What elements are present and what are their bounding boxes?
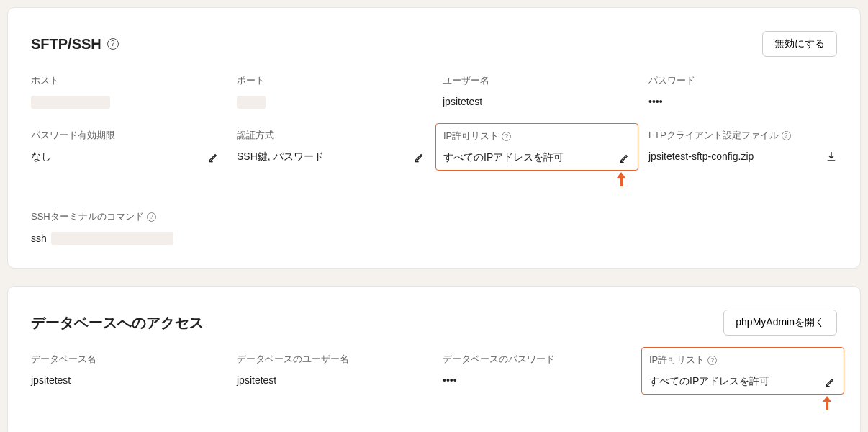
host-label: ホスト: [31, 74, 220, 87]
auth-value: SSH鍵, パスワード: [237, 150, 324, 163]
port-label: ポート: [237, 74, 425, 87]
sftp-allowlist-field: IP許可リスト ? すべてのIPアドレスを許可: [443, 129, 631, 190]
sftp-allowlist-highlight: IP許可リスト ? すべてのIPアドレスを許可: [435, 123, 638, 171]
edit-icon[interactable]: [619, 152, 630, 163]
edit-icon[interactable]: [208, 151, 220, 163]
sshcmd-label: SSHターミナルのコマンド: [31, 210, 144, 223]
sftp-allowlist-label-row: IP許可リスト ?: [443, 130, 630, 143]
db-grid: データベース名 jpsitetest データベースのユーザー名 jpsitete…: [31, 353, 837, 414]
host-value-redacted: [31, 96, 110, 109]
dbpassword-label: データベースのパスワード: [443, 353, 631, 366]
dbname-label: データベース名: [31, 353, 220, 366]
disable-button[interactable]: 無効にする: [762, 31, 837, 57]
sshcmd-value-row: ssh: [31, 232, 837, 245]
sshcmd-label-row: SSHターミナルのコマンド ?: [31, 210, 837, 223]
host-field: ホスト: [31, 74, 220, 109]
phpmyadmin-button[interactable]: phpMyAdminを開く: [723, 310, 837, 336]
username-label: ユーザー名: [443, 74, 631, 87]
expiry-value: なし: [31, 150, 51, 163]
sshcmd-field: SSHターミナルのコマンド ? ssh: [31, 210, 837, 245]
sshcmd-prefix: ssh: [31, 233, 47, 244]
help-icon[interactable]: ?: [147, 212, 156, 222]
sftp-header: SFTP/SSH ? 無効にする: [31, 31, 837, 57]
auth-field: 認証方式 SSH鍵, パスワード: [237, 129, 425, 190]
dbuser-value: jpsitetest: [237, 374, 276, 386]
arrow-up-icon: [443, 171, 631, 190]
expiry-field: パスワード有効期限 なし: [31, 129, 220, 190]
sftp-title: SFTP/SSH: [31, 36, 101, 53]
sftp-ssh-card: SFTP/SSH ? 無効にする ホスト ポート ユーザー名 jpsitetes…: [7, 7, 861, 269]
ftpconfig-field: FTPクライアント設定ファイル ? jpsitetest-sftp-config…: [648, 129, 837, 190]
port-field: ポート: [237, 74, 425, 109]
help-icon[interactable]: ?: [107, 38, 119, 50]
ftpconfig-label-row: FTPクライアント設定ファイル ?: [648, 129, 837, 142]
edit-icon[interactable]: [825, 376, 836, 387]
port-value-redacted: [237, 96, 266, 109]
database-card: データベースへのアクセス phpMyAdminを開く データベース名 jpsit…: [7, 286, 861, 432]
expiry-label: パスワード有効期限: [31, 129, 220, 142]
dbuser-label: データベースのユーザー名: [237, 353, 425, 366]
db-allowlist-highlight: IP許可リスト ? すべてのIPアドレスを許可: [641, 347, 844, 395]
sshcmd-redacted: [51, 232, 173, 245]
ftpconfig-label: FTPクライアント設定ファイル: [648, 129, 779, 142]
db-allowlist-label: IP許可リスト: [649, 354, 705, 366]
db-header: データベースへのアクセス phpMyAdminを開く: [31, 310, 837, 336]
dbpassword-field: データベースのパスワード ••••: [443, 353, 631, 414]
help-icon[interactable]: ?: [707, 356, 717, 365]
password-label: パスワード: [648, 74, 837, 87]
username-value: jpsitetest: [443, 96, 482, 107]
arrow-up-icon: [648, 395, 837, 414]
db-allowlist-value: すべてのIPアドレスを許可: [649, 375, 769, 388]
download-icon[interactable]: [826, 150, 837, 162]
db-title: データベースへのアクセス: [31, 313, 204, 333]
dbname-field: データベース名 jpsitetest: [31, 353, 220, 414]
help-icon[interactable]: ?: [502, 132, 511, 141]
dbname-value: jpsitetest: [31, 374, 71, 386]
ftpconfig-value: jpsitetest-sftp-config.zip: [648, 150, 754, 162]
db-allowlist-field: IP許可リスト ? すべてのIPアドレスを許可: [648, 353, 837, 414]
password-value: ••••: [648, 96, 663, 107]
dbuser-field: データベースのユーザー名 jpsitetest: [237, 353, 425, 414]
sftp-allowlist-label: IP許可リスト: [443, 130, 499, 143]
sftp-allowlist-value: すべてのIPアドレスを許可: [443, 151, 564, 164]
sftp-title-row: SFTP/SSH ?: [31, 36, 119, 53]
db-allowlist-label-row: IP許可リスト ?: [649, 354, 836, 366]
help-icon[interactable]: ?: [782, 131, 791, 140]
password-field: パスワード ••••: [648, 74, 837, 109]
edit-icon[interactable]: [414, 151, 425, 163]
username-field: ユーザー名 jpsitetest: [443, 74, 631, 109]
sftp-grid: ホスト ポート ユーザー名 jpsitetest パスワード •••• パ: [31, 74, 837, 245]
dbpassword-value: ••••: [443, 374, 457, 386]
auth-label: 認証方式: [237, 129, 425, 142]
